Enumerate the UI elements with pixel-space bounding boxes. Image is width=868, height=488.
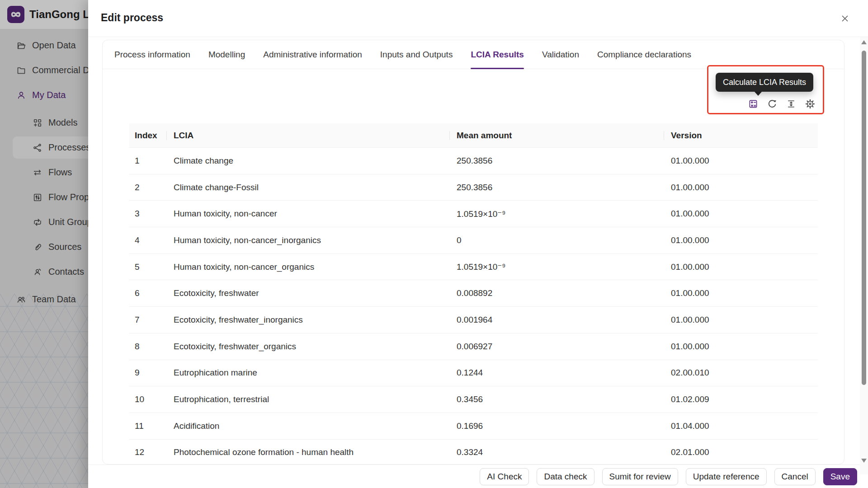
- tooltip-arrow-icon: [755, 92, 762, 96]
- tab-bar: Process informationModellingAdministrati…: [103, 40, 844, 69]
- cancel-button[interactable]: Cancel: [774, 468, 816, 485]
- cell-version: 02.00.010: [664, 368, 818, 378]
- table-row: 1 Climate change 250.3856 01.00.000: [129, 148, 818, 174]
- reload-button[interactable]: [767, 99, 777, 109]
- table-row: 7 Ecotoxicity, freshwater_inorganics 0.0…: [129, 307, 818, 333]
- cell-version: 01.00.000: [664, 183, 818, 192]
- table-body: 1 Climate change 250.3856 01.00.000 2 Cl…: [129, 148, 818, 465]
- table-row: 4 Human toxicity, non-cancer_inorganics …: [129, 227, 818, 254]
- calculator-icon: [748, 99, 758, 109]
- cell-version: 01.00.000: [664, 342, 818, 352]
- lcia-results-table: IndexLCIAMean amountVersion 1 Climate ch…: [129, 123, 818, 465]
- cell-mean-amount: 0.1244: [450, 368, 664, 378]
- cell-lcia: Ecotoxicity, freshwater_organics: [167, 342, 450, 352]
- table-row: 12 Photochemical ozone formation - human…: [129, 440, 818, 465]
- tab-compliance-declarations[interactable]: Compliance declarations: [597, 40, 691, 69]
- cell-mean-amount: 0: [450, 235, 664, 245]
- cell-mean-amount: 1.0519×10⁻⁹: [450, 262, 664, 272]
- cell-mean-amount: 250.3856: [450, 183, 664, 192]
- cell-lcia: Acidification: [167, 421, 450, 431]
- cell-index: 1: [129, 156, 167, 166]
- cell-version: 01.00.000: [664, 315, 818, 325]
- settings-button[interactable]: [805, 99, 815, 109]
- content-card: Process informationModellingAdministrati…: [102, 40, 844, 465]
- cell-lcia: Human toxicity, non-cancer: [167, 209, 450, 219]
- calculator-button[interactable]: [748, 99, 758, 109]
- scrollbar[interactable]: [860, 37, 868, 474]
- reload-icon: [767, 99, 777, 109]
- cell-index: 2: [129, 183, 167, 192]
- cell-lcia: Eutrophication, terrestrial: [167, 394, 450, 404]
- cell-mean-amount: 0.3324: [450, 447, 664, 457]
- tooltip: Calculate LCIA Results: [716, 73, 813, 92]
- data-check-button[interactable]: Data check: [537, 468, 594, 485]
- tab-validation[interactable]: Validation: [542, 40, 579, 69]
- cell-index: 12: [129, 447, 167, 457]
- save-button[interactable]: Save: [823, 468, 857, 485]
- cell-lcia: Human toxicity, non-cancer_organics: [167, 262, 450, 272]
- cell-mean-amount: 0.001964: [450, 315, 664, 325]
- cell-version: 02.01.000: [664, 447, 818, 457]
- column-header-index: Index: [129, 123, 167, 147]
- cell-version: 01.04.000: [664, 421, 818, 431]
- sumit-for-review-button[interactable]: Sumit for review: [602, 468, 678, 485]
- close-button[interactable]: [839, 13, 851, 24]
- table-row: 10 Eutrophication, terrestrial 0.3456 01…: [129, 386, 818, 413]
- tab-inputs-and-outputs[interactable]: Inputs and Outputs: [380, 40, 453, 69]
- cell-index: 6: [129, 288, 167, 298]
- tooltip-text: Calculate LCIA Results: [723, 78, 806, 87]
- ai-check-button[interactable]: AI Check: [480, 468, 529, 485]
- cell-index: 7: [129, 315, 167, 325]
- scrollbar-thumb[interactable]: [862, 51, 866, 385]
- column-header-version: Version: [664, 123, 818, 147]
- cell-mean-amount: 250.3856: [450, 156, 664, 166]
- column-header-mean-amount: Mean amount: [450, 123, 664, 147]
- cell-mean-amount: 1.0519×10⁻⁹: [450, 209, 664, 219]
- cell-version: 01.00.000: [664, 235, 818, 245]
- table-row: 11 Acidification 0.1696 01.04.000: [129, 413, 818, 440]
- update-reference-button[interactable]: Update reference: [686, 468, 767, 485]
- cell-index: 9: [129, 368, 167, 378]
- edit-process-modal: Edit process Process informationModellin…: [88, 0, 868, 488]
- modal-title: Edit process: [101, 12, 163, 24]
- cell-version: 01.02.009: [664, 394, 818, 404]
- cell-lcia: Ecotoxicity, freshwater: [167, 288, 450, 298]
- column-height-button[interactable]: [786, 99, 796, 109]
- cell-index: 4: [129, 235, 167, 245]
- scroll-up-arrow-icon[interactable]: [861, 40, 867, 44]
- column-height-icon: [786, 99, 796, 109]
- cell-version: 01.00.000: [664, 156, 818, 166]
- close-icon: [840, 14, 850, 23]
- cell-lcia: Climate change: [167, 156, 450, 166]
- modal-header: Edit process: [88, 0, 868, 37]
- table-row: 8 Ecotoxicity, freshwater_organics 0.006…: [129, 333, 818, 360]
- modal-footer: AI CheckData checkSumit for reviewUpdate…: [88, 465, 868, 488]
- table-row: 2 Climate change-Fossil 250.3856 01.00.0…: [129, 174, 818, 201]
- cell-lcia: Climate change-Fossil: [167, 183, 450, 192]
- cell-mean-amount: 0.008892: [450, 288, 664, 298]
- table-row: 3 Human toxicity, non-cancer 1.0519×10⁻⁹…: [129, 201, 818, 227]
- cell-version: 01.00.000: [664, 288, 818, 298]
- settings-icon: [805, 99, 815, 109]
- tab-modelling[interactable]: Modelling: [208, 40, 245, 69]
- tab-administrative-information[interactable]: Administrative information: [263, 40, 362, 69]
- cell-mean-amount: 0.1696: [450, 421, 664, 431]
- tab-lcia-results[interactable]: LCIA Results: [471, 40, 524, 69]
- cell-version: 01.00.000: [664, 209, 818, 219]
- cell-index: 10: [129, 394, 167, 404]
- table-row: 5 Human toxicity, non-cancer_organics 1.…: [129, 254, 818, 281]
- cell-lcia: Photochemical ozone formation - human he…: [167, 447, 450, 457]
- cell-index: 5: [129, 262, 167, 272]
- cell-lcia: Eutrophication marine: [167, 368, 450, 378]
- table-row: 9 Eutrophication marine 0.1244 02.00.010: [129, 360, 818, 387]
- cell-index: 3: [129, 209, 167, 219]
- app-root: TianGong LCA Open Data Commercial Data M…: [0, 0, 868, 488]
- cell-lcia: Ecotoxicity, freshwater_inorganics: [167, 315, 450, 325]
- table-header-row: IndexLCIAMean amountVersion: [129, 123, 818, 148]
- tab-process-information[interactable]: Process information: [114, 40, 190, 69]
- cell-index: 11: [129, 421, 167, 431]
- cell-lcia: Human toxicity, non-cancer_inorganics: [167, 235, 450, 245]
- cell-mean-amount: 0.006927: [450, 342, 664, 352]
- cell-mean-amount: 0.3456: [450, 394, 664, 404]
- scroll-down-arrow-icon[interactable]: [861, 459, 867, 463]
